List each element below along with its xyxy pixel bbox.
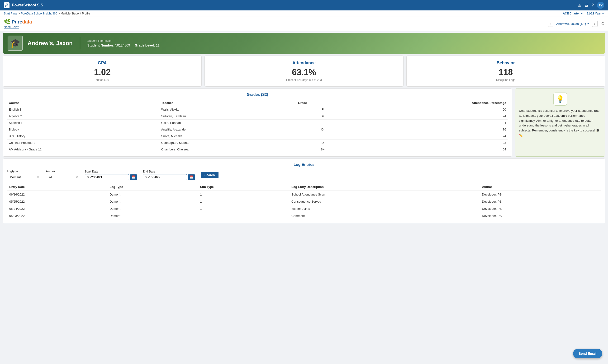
log-section: Log Entries Logtype Demerit Merit All Au… <box>3 158 605 223</box>
school-chevron-icon: ▼ <box>581 12 583 15</box>
powerschool-logo: P <box>4 2 10 8</box>
log-col-author: Author <box>480 183 601 191</box>
puredata-logo: 🌿 Puredata Need Help? <box>4 19 32 29</box>
help-icon[interactable]: ? <box>592 3 594 7</box>
student-number-value: 50124309 <box>115 43 130 47</box>
grades-section: Grades (S2) Course Teacher Grade Attenda… <box>3 89 512 156</box>
start-date-input[interactable] <box>85 174 129 180</box>
end-date-filter: End Date 📅 <box>143 170 195 180</box>
puredata-name: Puredata <box>12 19 32 25</box>
description-cell: Consequence Served <box>289 198 480 205</box>
table-row: AM Advisory - Grade 11 Chambers, Chelsea… <box>7 146 508 153</box>
attendance-title: Attendance <box>209 61 398 65</box>
insight-text: Dear student, it's essential to improve … <box>519 108 601 138</box>
student-grade-label: Grade Level: 11 <box>135 43 160 47</box>
attendance-pct-cell: 64 <box>349 146 508 153</box>
log-type-cell: Demerit <box>107 205 198 212</box>
gpa-title: GPA <box>8 61 197 65</box>
log-table: Entry Date Log Type Sub Type Log Entry D… <box>7 183 601 219</box>
table-row: Criminal Procedure Connaghan, Siobhan D … <box>7 140 508 146</box>
sub-type-cell: 1 <box>198 212 289 220</box>
year-chevron-icon: ▼ <box>602 12 604 15</box>
list-item: 05/23/2022 Demerit 1 Comment Developer, … <box>7 212 601 220</box>
author-label: Author <box>46 170 79 173</box>
log-type-cell: Demerit <box>107 191 198 198</box>
banner-divider <box>80 37 80 49</box>
stats-row: GPA 1.02 out of 4.00 Attendance 63.1% Pr… <box>3 55 605 87</box>
teacher-cell: Analitis, Alexander <box>159 126 296 133</box>
grade-cell: F <box>296 120 349 126</box>
log-col-date: Entry Date <box>7 183 107 191</box>
logtype-select[interactable]: Demerit Merit All <box>7 174 40 180</box>
end-date-input[interactable] <box>143 174 187 180</box>
search-button[interactable]: Search <box>201 172 218 178</box>
behavior-sub: Discipline Logs <box>411 78 600 82</box>
student-selector[interactable]: Andrew's, Jaxon (1/1) ▼ <box>556 22 589 26</box>
year-selector[interactable]: 21-22 Year ▼ <box>587 12 604 15</box>
log-type-cell: Demerit <box>107 198 198 205</box>
entry-date-cell: 05/23/2022 <box>7 212 107 220</box>
attendance-pct-cell: 74 <box>349 113 508 120</box>
school-selector[interactable]: ACE Charter ▼ <box>563 12 583 15</box>
attendance-pct-cell: 90 <box>349 106 508 113</box>
teacher-cell: Sullivan, Kathleen <box>159 113 296 120</box>
col-attendance-pct: Attendance Percentage <box>349 100 508 106</box>
attendance-pct-cell: 93 <box>349 140 508 146</box>
breadcrumb-start[interactable]: Start Page <box>4 12 17 15</box>
gpa-value: 1.02 <box>8 67 197 77</box>
attendance-sub: Present 128 days out of 203 <box>209 78 398 82</box>
course-cell: AM Advisory - Grade 11 <box>7 146 159 153</box>
col-teacher: Teacher <box>159 100 296 106</box>
end-date-calendar-button[interactable]: 📅 <box>188 174 195 180</box>
behavior-card: Behavior 118 Discipline Logs <box>406 55 605 87</box>
grades-title: Grades (S2) <box>7 92 508 97</box>
author-cell: Developer, PS <box>480 212 601 220</box>
breadcrumb-puredata[interactable]: PureData School Insight 360 <box>21 12 57 15</box>
gpa-sub: out of 4.00 <box>8 78 197 82</box>
table-row: U.S. History Sirota, Michelle F 74 <box>7 133 508 140</box>
author-select[interactable]: All Developer, PS <box>46 174 79 180</box>
main-content: Grades (S2) Course Teacher Grade Attenda… <box>3 89 605 156</box>
next-student-button[interactable]: › <box>592 21 597 27</box>
student-nav-controls: ‹ Andrew's, Jaxon (1/1) ▼ › 🖨 <box>548 21 604 27</box>
year-label: 21-22 Year <box>587 12 601 15</box>
print-page-icon[interactable]: 🖨 <box>600 22 604 26</box>
grade-cell: F <box>296 133 349 140</box>
behavior-value: 118 <box>411 67 600 77</box>
top-navigation: P PowerSchool SIS ⚠ 🖨 ? TY <box>0 0 608 11</box>
sub-type-cell: 1 <box>198 205 289 212</box>
list-item: 05/24/2022 Demerit 1 test for points Dev… <box>7 205 601 212</box>
school-name: ACE Charter <box>563 12 580 15</box>
student-selector-label: Andrew's, Jaxon (1/1) <box>556 22 586 26</box>
breadcrumb-current: Multiple Student Profile <box>61 12 90 15</box>
lightbulb-icon: 💡 <box>556 95 564 103</box>
start-date-label: Start Date <box>85 170 137 173</box>
entry-date-cell: 05/25/2022 <box>7 198 107 205</box>
entry-date-cell: 05/24/2022 <box>7 205 107 212</box>
table-row: English 3 Walls, Alexia F 90 <box>7 106 508 113</box>
behavior-title: Behavior <box>411 61 600 65</box>
prev-student-button[interactable]: ‹ <box>548 21 553 27</box>
sub-type-cell: 1 <box>198 191 289 198</box>
student-name: Andrew's, Jaxon <box>27 40 73 47</box>
col-course: Course <box>7 100 159 106</box>
alert-icon[interactable]: ⚠ <box>578 3 581 8</box>
top-nav-right: ⚠ 🖨 ? TY <box>578 2 604 9</box>
breadcrumb-sep1: > <box>18 12 20 15</box>
course-cell: Biology <box>7 126 159 133</box>
teacher-cell: Connaghan, Siobhan <box>159 140 296 146</box>
start-date-calendar-button[interactable]: 📅 <box>130 174 137 180</box>
course-cell: Algebra 2 <box>7 113 159 120</box>
end-date-group: 📅 <box>143 174 195 180</box>
start-date-filter: Start Date 📅 <box>85 170 137 180</box>
description-cell: Comment <box>289 212 480 220</box>
print-nav-icon[interactable]: 🖨 <box>584 3 588 7</box>
search-button-container: Search <box>201 172 218 178</box>
author-cell: Developer, PS <box>480 205 601 212</box>
student-banner: 🎓 Andrew's, Jaxon Student Information St… <box>3 33 605 54</box>
log-filters: Logtype Demerit Merit All Author All Dev… <box>7 170 601 180</box>
puredata-leaf-icon: 🌿 <box>4 19 10 25</box>
need-help-link[interactable]: Need Help? <box>4 26 32 29</box>
student-info-label: Student Information <box>87 39 160 42</box>
user-avatar[interactable]: TY <box>597 2 604 9</box>
